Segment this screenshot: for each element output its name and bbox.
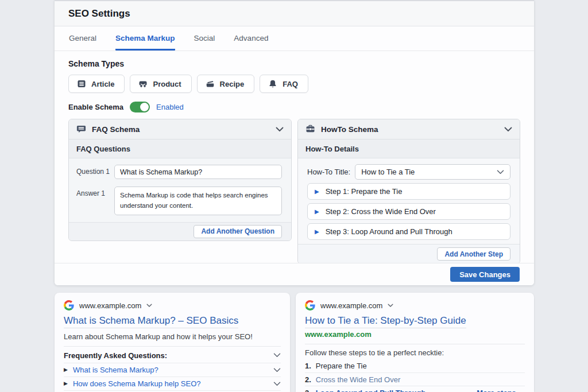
add-another-question-button[interactable]: Add Another Question	[194, 225, 282, 238]
question-input[interactable]	[114, 165, 282, 179]
howto-details-heading: How-To Details	[298, 139, 520, 158]
recipe-type-button[interactable]: Recipe	[197, 75, 255, 93]
serp-step-3: 3. Loop Around and Pull Through More ste…	[305, 386, 525, 392]
product-icon	[138, 79, 148, 88]
answer-label: Answer 1	[76, 187, 114, 215]
add-another-step-button[interactable]: Add Another Step	[437, 247, 510, 261]
chevron-down-icon	[273, 382, 281, 386]
tab-social[interactable]: Social	[194, 26, 215, 51]
toggle-knob	[140, 103, 149, 111]
answer-textarea[interactable]: Schema Markup is code that helps search …	[114, 187, 282, 215]
bell-icon	[268, 79, 277, 88]
chevron-down-icon[interactable]	[146, 304, 152, 308]
howto-step-1-label: Step 1: Prepare the Tie	[326, 187, 403, 196]
chevron-down-icon[interactable]	[388, 304, 393, 308]
divider	[64, 346, 281, 347]
chevron-down-icon	[497, 170, 504, 174]
card-header: SEO Settings	[55, 1, 534, 26]
howto-title-label: How-To Title:	[307, 168, 350, 176]
site-url: www.example.com	[79, 301, 141, 310]
chevron-down-icon[interactable]	[504, 127, 512, 132]
question-label: Question 1	[76, 165, 114, 179]
tab-general[interactable]: General	[69, 26, 96, 51]
howto-step-3-label: Step 3: Loop Around and Pull Through	[326, 227, 452, 236]
faq-type-button[interactable]: FAQ	[260, 75, 308, 93]
seo-settings-card: SEO Settings General Schema Markup Socia…	[55, 0, 534, 285]
faq-item-1-label: What is Schema Markup?	[73, 366, 158, 374]
result-url: www.example.com	[305, 330, 525, 339]
result-title-link[interactable]: How to Tie a Tie: Step-by-Step Guide	[305, 315, 466, 328]
site-row: www.example.com	[64, 300, 281, 311]
faq-panel-header[interactable]: FAQ Schema	[69, 119, 291, 139]
step-number: 2.	[305, 375, 311, 384]
result-description: Follow these steps to tie a perfect neck…	[305, 348, 525, 357]
chevron-down-icon	[273, 368, 281, 372]
product-type-label: Product	[153, 80, 181, 88]
enable-schema-toggle[interactable]	[130, 102, 150, 112]
result-description: Learn about Schema Markup and how it hel…	[64, 332, 281, 341]
faq-panel-title: FAQ Schema	[92, 125, 270, 134]
howto-panel-footer: Add Another Step	[298, 244, 520, 263]
serp-step-1-label: Prepare the Tie	[316, 362, 367, 370]
serp-step-3-label: Loop Around and Pull Through	[316, 389, 426, 392]
more-steps-link[interactable]: More steps...›	[477, 389, 525, 392]
site-row: www.example.com	[305, 300, 525, 311]
google-logo-icon	[305, 300, 315, 311]
serp-step-2-label: Cross the Wide End Over	[316, 375, 400, 384]
faq-accordion-heading[interactable]: Frequently Asked Questions:	[64, 348, 281, 363]
triangle-right-icon: ▶	[315, 189, 319, 195]
tab-schema-markup[interactable]: Schema Markup	[115, 26, 175, 51]
faq-type-label: FAQ	[283, 80, 298, 88]
triangle-right-icon: ▶	[315, 209, 319, 215]
result-title-link[interactable]: What is Schema Markup? – SEO Basics	[64, 315, 238, 328]
article-type-button[interactable]: Article	[68, 75, 125, 93]
faq-heading-label: Frequently Asked Questions:	[64, 351, 167, 360]
tab-content: Schema Types Article Product	[55, 51, 534, 264]
schema-types-heading: Schema Types	[68, 59, 520, 68]
howto-panel-title: HowTo Schema	[321, 125, 498, 134]
site-url: www.example.com	[320, 301, 382, 310]
faq-questions-heading: FAQ Questions	[69, 139, 291, 158]
howto-title-row: How-To Title: How to Tie a Tie	[307, 164, 510, 180]
triangle-right-icon: ▶	[64, 367, 68, 372]
recipe-type-label: Recipe	[220, 80, 245, 88]
schema-panels: FAQ Schema FAQ Questions Question 1 Answ…	[68, 119, 520, 264]
faq-panel-footer: Add Another Question	[69, 222, 291, 240]
serp-preview-howto: www.example.com How to Tie a Tie: Step-b…	[296, 293, 534, 392]
tabbar: General Schema Markup Social Advanced	[55, 26, 534, 51]
howto-schema-panel: HowTo Schema How-To Details How-To Title…	[297, 119, 520, 264]
schema-type-buttons: Article Product Recipe	[68, 75, 520, 93]
howto-panel-header[interactable]: HowTo Schema	[298, 119, 520, 139]
toolbox-icon	[305, 125, 315, 134]
article-icon	[77, 79, 86, 88]
save-bar: Save Changes	[55, 263, 534, 285]
enable-schema-label: Enable Schema	[68, 103, 123, 111]
step-number: 3.	[305, 389, 311, 392]
howto-step-2[interactable]: ▶ Step 2: Cross the Wide End Over	[307, 203, 510, 220]
product-type-button[interactable]: Product	[130, 75, 191, 93]
howto-title-select[interactable]: How to Tie a Tie	[355, 164, 510, 180]
serp-step-2: 2. Cross the Wide End Over	[305, 372, 525, 386]
article-type-label: Article	[91, 80, 114, 88]
faq-item-2-label: How does Schema Markup help SEO?	[73, 379, 201, 388]
faq-item-1[interactable]: ▶ What is Schema Markup?	[64, 363, 281, 377]
faq-item-2[interactable]: ▶ How does Schema Markup help SEO?	[64, 377, 281, 390]
tab-advanced[interactable]: Advanced	[234, 26, 268, 51]
question-row: Question 1	[76, 165, 282, 179]
page-title: SEO Settings	[68, 8, 130, 20]
triangle-right-icon: ▶	[64, 381, 68, 386]
serp-preview-faq: www.example.com What is Schema Markup? –…	[55, 293, 290, 392]
howto-step-1[interactable]: ▶ Step 1: Prepare the Tie	[307, 183, 510, 200]
enable-schema-state: Enabled	[156, 103, 184, 111]
howto-step-3[interactable]: ▶ Step 3: Loop Around and Pull Through	[307, 223, 510, 240]
chevron-down-icon[interactable]	[276, 127, 284, 132]
howto-step-2-label: Step 2: Cross the Wide End Over	[326, 207, 436, 216]
save-changes-button[interactable]: Save Changes	[450, 267, 520, 282]
howto-steps-list: 1. Prepare the Tie 2. Cross the Wide End…	[305, 359, 525, 392]
faq-panel-body: Question 1 Answer 1 Schema Markup is cod…	[69, 158, 291, 222]
howto-title-value: How to Tie a Tie	[361, 168, 497, 176]
step-number: 1.	[305, 362, 311, 370]
chevron-down-icon	[273, 353, 281, 358]
howto-panel-body: How-To Title: How to Tie a Tie ▶ Step 1:…	[298, 158, 520, 244]
serp-step-1: 1. Prepare the Tie	[305, 359, 525, 372]
